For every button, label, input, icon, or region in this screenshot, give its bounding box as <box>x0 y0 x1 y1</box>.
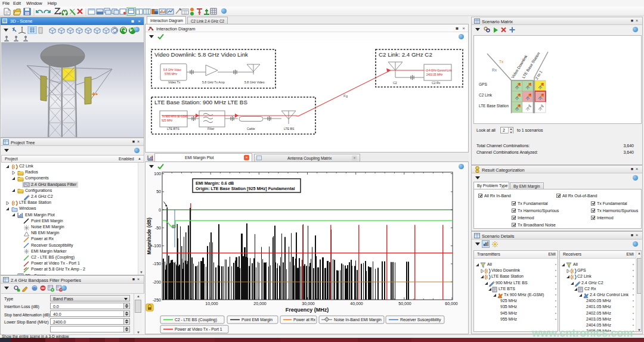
svg-text:-200: -200 <box>153 280 161 284</box>
svg-text:2 to 1: 2 to 1 <box>534 70 543 80</box>
svg-text:C2 Link: 2.4 GHz C2: C2 Link: 2.4 GHz C2 <box>379 51 432 58</box>
svg-text:-50: -50 <box>155 226 161 230</box>
svg-text:C2 Link: C2 Link <box>479 93 493 97</box>
svg-text:5.8 GHz Tx Amp: 5.8 GHz Tx Amp <box>202 80 225 84</box>
svg-text:60,000: 60,000 <box>445 301 458 306</box>
svg-text:Filter: Filter <box>208 127 215 130</box>
svg-text:LTE BS: LTE BS <box>284 127 295 130</box>
svg-text:Receiver Susceptibility: Receiver Susceptibility <box>400 318 441 322</box>
svg-text:C2 Rx: C2 Rx <box>432 81 441 85</box>
svg-text:-150: -150 <box>153 262 161 266</box>
svg-text:Tx: Tx <box>499 60 504 64</box>
svg-text:LTE Base Station: 900 MHz LTE: LTE Base Station: 900 MHz LTE BS <box>154 99 247 105</box>
svg-text:30,000: 30,000 <box>302 301 315 306</box>
svg-text:0: 0 <box>159 208 161 212</box>
svg-text:50: 50 <box>156 189 161 194</box>
svg-text:5.8 GHz Video: 5.8 GHz Video <box>163 69 181 71</box>
svg-text:Power at Video Tx - Port 1: Power at Video Tx - Port 1 <box>175 327 222 331</box>
svg-text:Point EMI Margin: Point EMI Margin <box>242 318 273 322</box>
svg-text:Power at Rx: Power at Rx <box>293 318 316 322</box>
svg-text:-100: -100 <box>153 244 161 248</box>
svg-text:50,000: 50,000 <box>398 301 411 306</box>
svg-text:GPS: GPS <box>479 82 487 86</box>
svg-text:10,000: 10,000 <box>205 301 218 306</box>
svg-text:Rx: Rx <box>492 68 497 72</box>
svg-text:Fg: Fg <box>343 94 348 98</box>
svg-text:-250: -250 <box>153 298 161 302</box>
svg-text:C2: C2 <box>393 81 397 85</box>
svg-text:Frequency (MHz): Frequency (MHz) <box>286 307 329 313</box>
svg-text:LTE Base Station: LTE Base Station <box>479 104 509 108</box>
svg-text:2400.05 MHz: 2400.05 MHz <box>426 73 443 76</box>
svg-text:20,000: 20,000 <box>253 301 267 306</box>
svg-text:Cable: Cable <box>247 127 255 130</box>
svg-text:Magnitude (dB): Magnitude (dB) <box>146 217 152 254</box>
svg-text:5.8 GHz Video: 5.8 GHz Video <box>244 80 265 84</box>
svg-text:Video Tx: Video Tx <box>168 80 181 84</box>
svg-text:EMI Margin: 0.6 dB: EMI Margin: 0.6 dB <box>196 181 234 186</box>
svg-text:100: 100 <box>154 172 161 176</box>
svg-text:C2 - LTE BS (Coupling): C2 - LTE BS (Coupling) <box>175 318 217 322</box>
svg-text:Noise In-Band EMI Margin: Noise In-Band EMI Margin <box>334 318 382 322</box>
svg-text:40,000: 40,000 <box>350 301 363 306</box>
svg-text:LTE BTS: LTE BTS <box>167 127 179 130</box>
svg-text:925 MHz: 925 MHz <box>162 119 173 122</box>
svg-text:Origin: LTE Base Station [925: Origin: LTE Base Station [925 MHz] Funda… <box>196 186 295 191</box>
svg-text:5785 MHz: 5785 MHz <box>165 73 178 76</box>
svg-text:Video Downlink: 5.8 GHz Video: Video Downlink: 5.8 GHz Video Link <box>154 51 248 58</box>
